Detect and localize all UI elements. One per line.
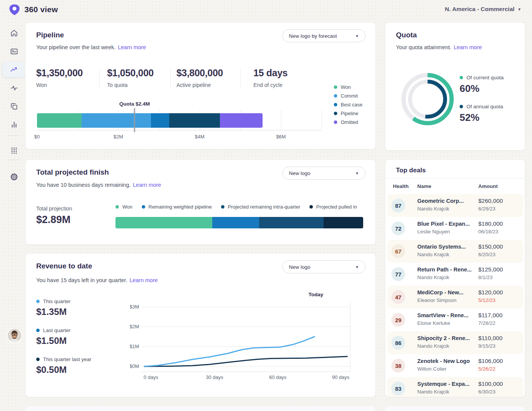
pipeline-learn-more-link[interactable]: Learn more xyxy=(118,44,146,50)
stat-value: $1,050,000 xyxy=(107,67,154,79)
bar-chart-icon xyxy=(10,120,18,129)
deal-owner: Eleanor Simpson xyxy=(417,297,457,303)
legend-label: Commit xyxy=(341,93,358,99)
deal-owner: Leslie Nguyen xyxy=(417,229,450,234)
sidebar-item-settings[interactable] xyxy=(3,169,25,185)
projected-learn-more-link[interactable]: Learn more xyxy=(133,182,161,188)
health-score-badge: 77 xyxy=(391,267,405,281)
legend-dot xyxy=(334,112,337,115)
user-avatar[interactable] xyxy=(8,329,21,342)
chevron-down-icon: ▼ xyxy=(355,265,359,269)
stat-value: 15 days xyxy=(253,67,288,79)
bar-segment xyxy=(37,113,82,128)
table-row[interactable]: 87 Geometric Corp... Nando Krajcik $260,… xyxy=(388,194,523,217)
avatar-photo xyxy=(8,329,21,342)
table-row[interactable]: 67 Ontario Systems... Nando Krajcik $150… xyxy=(388,240,523,263)
legend-dot xyxy=(334,120,337,124)
health-score-badge: 86 xyxy=(391,336,405,350)
table-row[interactable]: 29 SmartView - Rene... Eloise Kerluke $1… xyxy=(388,308,523,331)
divider xyxy=(385,178,525,178)
stat-end-of-cycle: 15 days End of cycle xyxy=(253,67,288,88)
sidebar-item-activity[interactable] xyxy=(3,80,25,96)
table-row[interactable]: 83 Systemque - Expa... Nando Krajcik $10… xyxy=(388,377,523,397)
quota-card-subtitle: Your quota attainment.Learn more xyxy=(396,44,482,50)
legend-dot xyxy=(460,76,463,79)
projected-finish-card: Total projected finish You have 10 busin… xyxy=(25,159,376,245)
chevron-down-icon: ▼ xyxy=(355,34,359,38)
table-row[interactable]: 77 Return Path - Rene... Nando Krajcik $… xyxy=(388,263,523,286)
revenue-dropdown[interactable]: New logo ▼ xyxy=(282,260,365,273)
column-header-health: Health xyxy=(393,183,409,189)
legend-item: Best case xyxy=(334,100,362,109)
health-score-badge: 29 xyxy=(391,313,405,327)
chart-gridlines xyxy=(141,302,350,372)
bar-segment xyxy=(259,217,324,228)
deal-owner: Nando Krajcik xyxy=(417,252,449,257)
legend-dot xyxy=(221,205,224,209)
table-row[interactable]: 72 Blue Pixel - Expan... Leslie Nguyen $… xyxy=(388,217,523,240)
pipeline-stacked-bar-chart: Quota $2.4M $0$2M$4M$6M xyxy=(37,110,322,144)
sidebar-item-reports[interactable] xyxy=(3,117,25,132)
projected-card-title: Total projected finish xyxy=(36,168,109,177)
projected-card-subtitle: You have 10 business days remaining.Lear… xyxy=(36,182,161,188)
revenue-dropdown-label: New logo xyxy=(289,264,310,270)
deal-amount: $125,000 xyxy=(478,266,503,273)
sidebar-divider xyxy=(8,135,18,136)
projected-stacked-bar xyxy=(115,217,363,228)
table-row[interactable]: 47 MediCorp - New... Eleanor Simpson $12… xyxy=(388,286,523,308)
sidebar-item-trends[interactable] xyxy=(2,62,25,77)
deal-amount: $106,000 xyxy=(478,358,503,364)
table-row[interactable]: 86 Shipocity 2 - Rene... Nando Krajcik $… xyxy=(388,331,523,354)
svg-text:30 days: 30 days xyxy=(206,374,223,380)
sidebar-item-deals[interactable] xyxy=(3,44,25,59)
legend-label: Omitted xyxy=(341,119,358,125)
stat-label: To quota xyxy=(107,82,154,88)
legend-dot xyxy=(334,85,337,89)
deal-name: Systemque - Expa... xyxy=(417,381,470,387)
dashboard-page: 360 view N. America - Commercial ▼ xyxy=(0,0,532,411)
pipeline-forecast-dropdown[interactable]: New logo by forecast ▼ xyxy=(282,29,365,42)
deal-name: Blue Pixel - Expan... xyxy=(417,221,470,227)
revenue-learn-more-link[interactable]: Learn more xyxy=(130,277,158,283)
deal-date: 8/1/23 xyxy=(478,275,493,280)
app-logo-icon xyxy=(8,4,21,16)
quota-marker-label: Quota $2.4M xyxy=(119,101,150,107)
chevron-down-icon: ▼ xyxy=(518,7,521,11)
projected-dropdown[interactable]: New logo ▼ xyxy=(282,167,365,180)
activity-icon xyxy=(10,84,18,92)
legend-dot xyxy=(36,358,40,361)
legend-label: Best case xyxy=(341,102,362,108)
deals-card-icon xyxy=(10,47,18,56)
table-row[interactable]: 38 Zenotek - New Logo Wilton Colier $106… xyxy=(388,354,523,377)
total-projection-value: $2.89M xyxy=(36,214,71,226)
legend-label: Remaining weighted pipeline xyxy=(149,204,212,210)
top-deals-title: Top deals xyxy=(396,167,426,174)
pipeline-card-subtitle: Your pipeline over the last week.Learn m… xyxy=(36,44,146,50)
sidebar-divider xyxy=(8,160,18,160)
copy-pages-icon xyxy=(10,102,18,111)
legend-label: Of current quota xyxy=(466,75,504,80)
stat-to-quota: $1,050,000 To quota xyxy=(107,67,154,88)
today-marker-label: Today xyxy=(309,292,324,297)
this-quarter-last-year-value: $0.50M xyxy=(36,364,67,375)
pipeline-card: Pipeline Your pipeline over the last wee… xyxy=(25,22,376,149)
bar-segment xyxy=(169,113,220,128)
sidebar-item-home[interactable] xyxy=(3,26,25,41)
health-score-badge: 87 xyxy=(391,199,405,212)
deal-owner: Nando Krajcik xyxy=(417,206,449,212)
legend-item: Projected pulled in xyxy=(309,202,357,211)
quota-learn-more-link[interactable]: Learn more xyxy=(453,44,482,50)
deal-owner: Nando Krajcik xyxy=(417,275,449,280)
bar-segment xyxy=(115,217,212,228)
sidebar-item-apps[interactable] xyxy=(3,143,25,158)
quota-card: Quota Your quota attainment.Learn more O… xyxy=(385,22,525,151)
revenue-card-title: Revenue to date xyxy=(36,262,92,270)
trending-up-icon xyxy=(10,66,18,74)
region-selector[interactable]: N. America - Commercial ▼ xyxy=(445,6,521,13)
legend-dot xyxy=(142,205,145,209)
deal-owner: Nando Krajcik xyxy=(417,389,449,395)
legend-item: Projected remaining intra-quarter xyxy=(221,202,300,211)
column-header-name: Name xyxy=(417,183,431,189)
sidebar-item-pages[interactable] xyxy=(3,99,25,114)
legend-dot xyxy=(309,205,313,209)
